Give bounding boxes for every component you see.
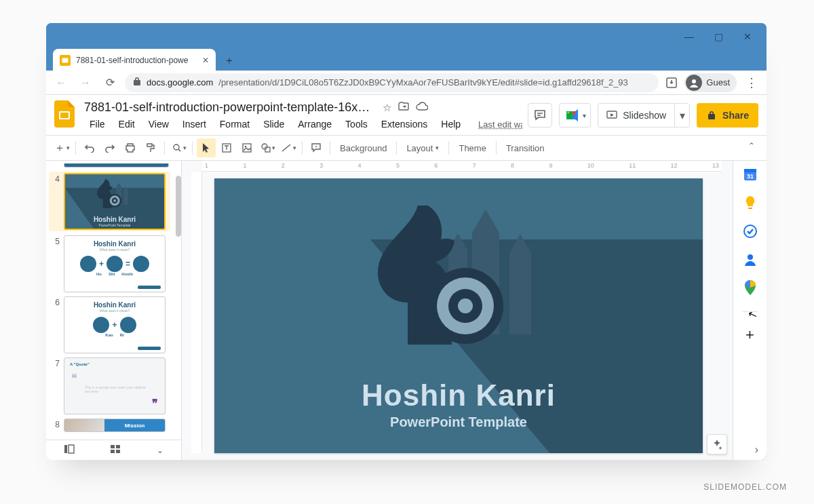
textbox-button[interactable] (217, 138, 236, 157)
filmstrip-footer: ⌄ (46, 440, 181, 460)
transition-button[interactable]: Transition (501, 143, 550, 153)
nav-reload-button[interactable]: ⟳ (100, 73, 119, 92)
svg-rect-9 (243, 144, 251, 152)
thumb-peek-prev[interactable] (64, 163, 169, 168)
thumb-num: 7 (50, 357, 60, 414)
svg-rect-12 (265, 147, 270, 152)
thumb-7[interactable]: 7 A "Quote" ❝ This is a sample text, ins… (50, 357, 169, 414)
move-icon[interactable] (398, 102, 409, 113)
background-button[interactable]: Background (334, 143, 392, 153)
menu-help[interactable]: Help (435, 117, 466, 131)
comment-button[interactable] (307, 138, 326, 157)
maps-icon[interactable] (742, 280, 758, 296)
zoom-button[interactable]: ▾ (169, 138, 188, 157)
url-host: docs.google.com (147, 77, 213, 88)
filmstrip[interactable]: 4 Hoshin Kanri PowerPoint Template 5 Hos… (46, 161, 182, 460)
toolbar: ＋▾ ▾ ▾ ▾ Background Layout▾ Theme Transi… (46, 135, 767, 161)
menu-edit[interactable]: Edit (113, 117, 140, 131)
filmstrip-scrollbar[interactable] (173, 161, 182, 460)
undo-button[interactable] (80, 138, 99, 157)
addons-button[interactable]: + (742, 327, 758, 343)
watermark: SLIDEMODEL.COM (703, 482, 787, 492)
thumb-num: 8 (50, 419, 60, 432)
tab-close-icon[interactable]: ✕ (202, 56, 209, 65)
doc-title[interactable]: 7881-01-self-introduction-powerpoint-tem… (84, 100, 376, 115)
menu-insert[interactable]: Insert (177, 117, 212, 131)
nav-forward-button[interactable]: → (76, 73, 95, 92)
workspace: 4 Hoshin Kanri PowerPoint Template 5 Hos… (46, 161, 767, 460)
star-icon[interactable]: ☆ (383, 102, 391, 114)
maximize-icon[interactable]: ▢ (714, 31, 723, 42)
menu-tools[interactable]: Tools (340, 117, 373, 131)
nav-back-button[interactable]: ← (52, 73, 71, 92)
browser-window: — ▢ ✕ 7881-01-self-introduction-powe ✕ ＋… (46, 23, 767, 460)
new-tab-button[interactable]: ＋ (220, 51, 239, 70)
redo-button[interactable] (100, 138, 119, 157)
thumb-num: 4 (50, 173, 60, 230)
explore-button[interactable] (707, 434, 727, 454)
thumb-4[interactable]: 4 Hoshin Kanri PowerPoint Template (49, 172, 170, 231)
browser-tab[interactable]: 7881-01-self-introduction-powe ✕ (53, 49, 216, 72)
svg-rect-20 (116, 445, 120, 448)
profile-label: Guest (706, 77, 730, 88)
select-tool-button[interactable] (197, 138, 216, 157)
filmstrip-chevron-icon[interactable]: ⌄ (157, 446, 163, 455)
svg-point-7 (174, 144, 179, 150)
comments-button[interactable] (528, 103, 552, 128)
theme-button[interactable]: Theme (453, 143, 491, 153)
slideshow-dropdown[interactable]: ▾ (674, 104, 689, 127)
svg-point-11 (262, 144, 267, 149)
slides-app: 7881-01-self-introduction-powerpoint-tem… (46, 95, 767, 460)
calendar-icon[interactable]: 31 (742, 166, 758, 182)
header-controls: ▾ Slideshow ▾ Share (528, 103, 758, 128)
install-app-icon[interactable] (664, 75, 679, 90)
toolbar-collapse-button[interactable]: ˆ (742, 138, 761, 157)
cloud-status-icon[interactable] (416, 102, 428, 113)
image-button[interactable] (237, 138, 256, 157)
slides-logo-icon[interactable] (52, 100, 79, 128)
line-button[interactable]: ▾ (278, 138, 298, 157)
keep-icon[interactable] (742, 195, 758, 211)
slide-canvas[interactable]: Hoshin Kanri PowerPoint Template (214, 178, 703, 453)
menu-extensions[interactable]: Extensions (376, 117, 433, 131)
print-button[interactable] (121, 138, 140, 157)
menu-slide[interactable]: Slide (258, 117, 290, 131)
svg-rect-30 (748, 208, 752, 209)
shape-button[interactable]: ▾ (258, 138, 277, 157)
svg-point-3 (692, 79, 696, 83)
minimize-icon[interactable]: — (684, 31, 694, 42)
url-bar[interactable]: docs.google.com/presentation/d/1D9CiL08o… (125, 73, 659, 92)
last-edit-text[interactable]: Last edit was s... (473, 118, 522, 131)
canvas[interactable]: 112345678910111213 Hoshin Kanri (182, 161, 733, 460)
thumb-6[interactable]: 6 Hoshin Kanri What does it mean? + KanR… (50, 296, 169, 353)
meet-dropdown-icon: ▾ (583, 112, 586, 119)
svg-rect-5 (60, 113, 69, 118)
thumb-8[interactable]: 8 Mission (50, 419, 169, 432)
paint-format-button[interactable] (141, 138, 160, 157)
share-button[interactable]: Share (697, 103, 758, 128)
menu-view[interactable]: View (143, 117, 174, 131)
slideshow-button[interactable]: Slideshow ▾ (598, 103, 690, 128)
svg-text:31: 31 (746, 173, 753, 180)
thumb-5[interactable]: 5 Hoshin Kanri What does it mean? += HoS… (50, 235, 169, 292)
close-icon[interactable]: ✕ (743, 31, 752, 42)
new-slide-button[interactable]: ＋▾ (52, 138, 71, 157)
contacts-icon[interactable] (742, 252, 758, 268)
thumb-num: 6 (50, 296, 60, 353)
sidepanel-expand-icon[interactable]: › (755, 444, 758, 456)
menu-file[interactable]: File (84, 117, 111, 131)
svg-rect-1 (62, 58, 69, 63)
menu-arrange[interactable]: Arrange (292, 117, 337, 131)
filmstrip-view-icon[interactable] (64, 444, 75, 457)
meet-button[interactable]: ▾ (559, 103, 591, 128)
browser-menu-button[interactable]: ⋮ (742, 75, 761, 90)
grid-view-icon[interactable] (110, 444, 121, 457)
menu-format[interactable]: Format (214, 117, 255, 131)
slideshow-label: Slideshow (623, 110, 666, 121)
tasks-icon[interactable] (742, 223, 758, 239)
layout-button[interactable]: Layout▾ (401, 143, 444, 153)
slide-subtitle: PowerPoint Template (214, 414, 703, 430)
lock-icon (706, 110, 717, 121)
svg-point-32 (748, 254, 753, 260)
profile-chip[interactable]: Guest (684, 73, 737, 92)
